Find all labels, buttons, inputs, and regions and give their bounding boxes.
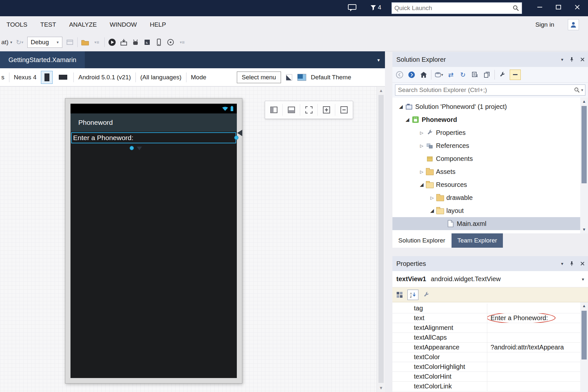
tree-item-assets[interactable]: ▷ Assets [392, 165, 588, 178]
property-row-textalignment[interactable]: textAlignment [392, 323, 588, 333]
selected-textview[interactable]: Enter a Phoneword: [71, 132, 236, 143]
phone-screen[interactable]: Phoneword Enter a Phoneword: [70, 104, 237, 378]
pin-icon[interactable] [569, 261, 574, 266]
handle-dropdown-icon[interactable] [137, 147, 142, 150]
quick-launch-input[interactable] [392, 5, 513, 12]
start-debug-button[interactable] [108, 37, 116, 48]
feedback-bubble-icon[interactable] [348, 4, 357, 12]
device-selector[interactable]: Nexus 4 [14, 74, 37, 81]
close-icon[interactable] [580, 261, 585, 266]
menu-test[interactable]: TEST [34, 16, 63, 33]
user-account-button[interactable] [568, 19, 579, 30]
window-position-icon[interactable]: ▾ [561, 57, 563, 62]
expander-icon[interactable]: ▷ [428, 195, 436, 200]
canvas-vertical-scrollbar[interactable]: ▲ ▼ [377, 86, 385, 392]
quick-launch-box[interactable] [391, 2, 522, 14]
tree-item-drawable[interactable]: ▷ drawable [392, 191, 588, 204]
window-position-icon[interactable]: ▾ [561, 261, 563, 266]
expander-icon[interactable]: ◢ [397, 104, 405, 110]
categorized-view-button[interactable] [395, 290, 404, 300]
pin-icon[interactable] [569, 57, 574, 62]
configuration-dropdown[interactable]: at) ▾ [1, 37, 12, 48]
expander-icon[interactable]: ▷ [418, 130, 426, 135]
property-row-tag[interactable]: tag [392, 304, 588, 313]
chevron-down-icon[interactable]: ▾ [582, 277, 584, 282]
expander-icon[interactable]: ◢ [403, 117, 411, 123]
scroll-down-icon[interactable]: ▼ [580, 227, 588, 232]
preview-selected-items-toggle[interactable] [510, 70, 521, 80]
select-menu-button[interactable]: Select menu [237, 72, 281, 83]
scroll-up-icon[interactable]: ▲ [580, 99, 588, 104]
scope-selector-button[interactable]: ▾ [434, 70, 443, 80]
tree-item-references[interactable]: ▷ References [392, 139, 588, 152]
debug-configuration-combo[interactable]: Debug ▾ [27, 37, 62, 48]
landscape-orientation-button[interactable] [57, 71, 69, 84]
tree-item-layout[interactable]: ◢ layout [392, 204, 588, 217]
tab-solution-explorer[interactable]: Solution Explorer [392, 233, 451, 248]
show-all-files-button[interactable] [482, 70, 492, 80]
search-box[interactable]: ▾ [395, 85, 585, 96]
menu-window[interactable]: WINDOW [103, 16, 143, 33]
menu-analyze[interactable]: ANALYZE [63, 16, 103, 33]
expander-icon[interactable]: ▷ [418, 169, 426, 174]
back-button[interactable] [395, 70, 404, 80]
refresh-button[interactable]: ↻ [458, 70, 467, 80]
property-row-textcolorhighlight[interactable]: textColorHighlight [392, 362, 588, 372]
document-list-chevron-icon[interactable]: ▾ [377, 57, 380, 63]
menu-tools[interactable]: TOOLS [0, 16, 34, 33]
minimize-button[interactable] [530, 0, 549, 14]
properties-scrollbar[interactable]: ▲ [580, 302, 588, 392]
open-folder-button[interactable] [81, 37, 89, 48]
scrollbar-thumb[interactable] [378, 95, 384, 383]
forward-button[interactable] [407, 70, 416, 80]
alphabetical-view-button[interactable]: AZ [407, 290, 418, 300]
tree-item-components[interactable]: Components [392, 152, 588, 165]
solution-explorer-scrollbar[interactable]: ▲ ▼ [580, 98, 588, 233]
tree-item-project-phoneword[interactable]: ◢ Phoneword [392, 113, 588, 126]
language-selector[interactable]: (All languages) [140, 74, 182, 81]
document-tab[interactable]: GettingStarted.Xamarin [0, 51, 85, 68]
sign-in-link[interactable]: Sign in [535, 16, 554, 33]
split-vertical-button[interactable] [283, 101, 300, 119]
expander-icon[interactable]: ◢ [418, 182, 426, 188]
android-emulator-button[interactable] [131, 37, 140, 48]
property-row-textallcaps[interactable]: textAllCaps [392, 333, 588, 343]
property-row-textcolorhint[interactable]: textColorHint [392, 372, 588, 382]
profiler-button[interactable] [166, 37, 175, 48]
action-bar-toggle-button[interactable] [286, 74, 293, 81]
mode-label[interactable]: Mode [191, 74, 207, 81]
tab-team-explorer[interactable]: Team Explorer [452, 233, 503, 248]
expander-icon[interactable]: ▷ [418, 143, 426, 148]
close-icon[interactable] [580, 57, 585, 62]
toolbar-overflow-handle[interactable]: ▾≡ [93, 37, 101, 48]
property-row-textappearance[interactable]: textAppearance ?android:attr/textAppeara [392, 343, 588, 352]
maximize-button[interactable] [549, 0, 568, 14]
collapse-all-button[interactable] [470, 70, 479, 80]
portrait-orientation-button[interactable] [41, 71, 53, 84]
tree-item-resources[interactable]: ◢ Resources [392, 178, 588, 191]
tree-item-properties[interactable]: ▷ Properties [392, 126, 588, 139]
notifications-filter-icon[interactable]: 4 [370, 4, 381, 11]
properties-button[interactable] [498, 70, 507, 80]
zoom-in-button[interactable] [318, 101, 335, 119]
expander-icon[interactable]: ◢ [428, 208, 436, 214]
resize-handle-bottom[interactable] [130, 146, 134, 150]
scroll-down-icon[interactable]: ▼ [377, 385, 385, 390]
attach-button-disabled[interactable] [66, 37, 74, 48]
tree-item-main-axml[interactable]: Main.axml [392, 217, 588, 230]
designer-canvas[interactable]: Phoneword Enter a Phoneword: [0, 86, 385, 392]
menu-help[interactable]: HELP [143, 16, 173, 33]
fit-to-screen-button[interactable] [300, 101, 317, 119]
search-input[interactable] [395, 86, 574, 94]
tree-item-solution[interactable]: ◢ Solution 'Phoneword' (1 project) [392, 100, 588, 113]
undo-redo-button[interactable]: ↻▾ [16, 37, 24, 48]
scroll-up-icon[interactable]: ▲ [580, 304, 588, 308]
toolbar-overflow-handle[interactable]: ▾≡ [178, 37, 186, 48]
theme-selector[interactable]: Default Theme [311, 74, 351, 81]
zoom-out-button[interactable] [335, 101, 352, 119]
theme-button[interactable] [297, 74, 306, 81]
scroll-up-icon[interactable]: ▲ [377, 88, 385, 93]
property-row-textcolor[interactable]: textColor [392, 352, 588, 362]
property-pages-button[interactable] [422, 290, 431, 300]
selected-object-row[interactable]: textView1 android.widget.TextView ▾ [392, 271, 588, 287]
